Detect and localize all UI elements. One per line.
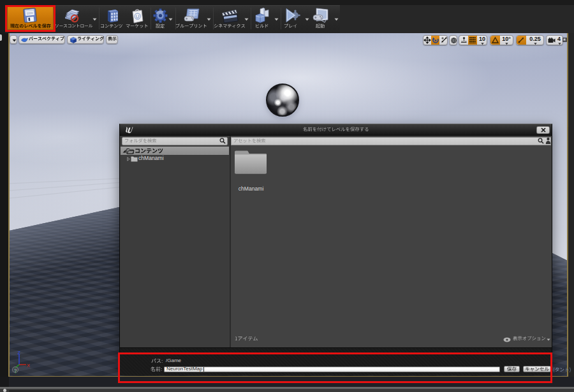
svg-text:X: X bbox=[27, 363, 30, 368]
svg-text:Z: Z bbox=[18, 350, 21, 356]
